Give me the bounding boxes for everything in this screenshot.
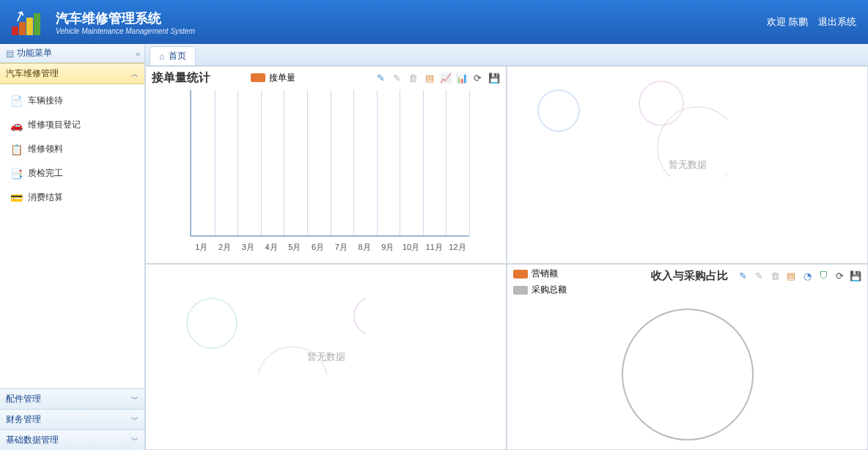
tab-bar: ⌂ 首页 <box>145 44 868 66</box>
pane-title: 收入与采购占比 <box>651 269 728 283</box>
edit-icon[interactable]: ✎ <box>737 270 749 281</box>
save-icon[interactable]: 💾 <box>488 72 500 84</box>
no-data-text: 暂无数据 <box>669 158 707 171</box>
line-chart-icon[interactable]: 📈 <box>440 72 452 84</box>
app-logo-icon: ↗ <box>12 9 47 35</box>
main-area: ⌂ 首页 接单量统计 接单量 ✎ ✎ 🗑 ▤ 📈 📊 ⟳ <box>145 44 868 450</box>
check-icon: 📑 <box>10 168 22 180</box>
app-title: 汽车维修管理系统 <box>56 10 195 27</box>
svg-point-8 <box>187 298 237 348</box>
pane-income-ratio: 营销额 采购总额 收入与采购占比 ✎ ✎ 🗑 ▤ ◔ ⛉ ⟳ 💾 <box>507 264 868 450</box>
legend-row: 采购总额 <box>513 284 567 296</box>
chevron-down-icon: ︾ <box>131 435 139 446</box>
chart-toolbar: ✎ ✎ 🗑 ▤ ◔ ⛉ ⟳ 💾 <box>737 270 861 281</box>
section-parts[interactable]: 配件管理 ︾ <box>0 388 144 409</box>
app-header: ↗ 汽车维修管理系统 Vehicle Maintenance Managemen… <box>0 0 868 44</box>
edit2-icon[interactable]: ✎ <box>753 270 765 281</box>
refresh-icon[interactable]: ⟳ <box>834 270 845 281</box>
bar-chart <box>190 90 469 237</box>
app-subtitle: Vehicle Maintenance Management System <box>56 27 195 35</box>
vehicle-repair-menu: 📄车辆接待 🚗维修项目登记 📋维修领料 📑质检完工 💳消费结算 <box>0 84 144 214</box>
section-label: 汽车维修管理 <box>6 67 59 80</box>
pane-top-right: 暂无数据 <box>507 66 868 264</box>
list-icon[interactable]: ▤ <box>785 270 797 281</box>
no-data-text: 暂无数据 <box>307 350 345 364</box>
section-finance[interactable]: 财务管理 ︾ <box>0 409 144 429</box>
chevron-down-icon: ︾ <box>131 415 139 425</box>
legend-label: 采购总额 <box>532 284 567 296</box>
pane-title: 接单量统计 <box>152 70 210 86</box>
menu-icon: ▤ <box>6 48 14 59</box>
section-label: 基础数据管理 <box>6 434 59 446</box>
list-icon[interactable]: ▤ <box>424 72 435 84</box>
pie-chart <box>622 309 754 440</box>
menu-settlement[interactable]: 💳消费结算 <box>3 185 141 210</box>
chart-toolbar: ✎ ✎ 🗑 ▤ 📈 📊 ⟳ 💾 <box>375 72 500 84</box>
section-label: 财务管理 <box>6 413 41 426</box>
pane-bottom-left: 暂无数据 <box>145 264 507 450</box>
section-basic-data[interactable]: 基础数据管理 ︾ <box>0 429 144 450</box>
trash-icon[interactable]: 🗑 <box>769 270 781 281</box>
filter-icon[interactable]: ⛉ <box>817 270 829 281</box>
section-vehicle-repair[interactable]: 汽车维修管理 ︽ <box>0 63 144 84</box>
note-icon: 📋 <box>10 144 22 155</box>
home-icon: ⌂ <box>159 51 164 62</box>
sidebar-title: 功能菜单 <box>17 47 52 59</box>
legend-swatch <box>251 73 265 82</box>
menu-quality-check[interactable]: 📑质检完工 <box>3 161 141 185</box>
chevron-down-icon: ︾ <box>131 394 139 405</box>
menu-repair-register[interactable]: 🚗维修项目登记 <box>3 113 141 137</box>
svg-point-10 <box>354 297 366 335</box>
edit2-icon[interactable]: ✎ <box>391 72 403 84</box>
doc-icon: 📄 <box>10 95 22 107</box>
svg-point-3 <box>639 81 683 125</box>
chart-x-axis: 1月2月3月4月5月6月7月8月9月10月11月12月 <box>190 242 469 253</box>
chevron-up-icon: ︽ <box>131 69 139 79</box>
legend-swatch <box>513 286 528 295</box>
trash-icon[interactable]: 🗑 <box>408 72 419 84</box>
money-icon: 💳 <box>10 192 22 204</box>
save-icon[interactable]: 💾 <box>850 270 861 281</box>
svg-point-0 <box>538 90 579 131</box>
tab-home[interactable]: ⌂ 首页 <box>150 46 196 65</box>
collapse-icon[interactable]: « <box>136 49 139 58</box>
car-icon: 🚗 <box>10 119 22 131</box>
pane-order-stats: 接单量统计 接单量 ✎ ✎ 🗑 ▤ 📈 📊 ⟳ 💾 <box>145 66 507 264</box>
section-label: 配件管理 <box>6 393 41 405</box>
sidebar: ▤功能菜单 « 汽车维修管理 ︽ 📄车辆接待 🚗维修项目登记 📋维修领料 📑质检… <box>0 44 145 450</box>
logout-link[interactable]: 退出系统 <box>818 15 856 29</box>
tab-label: 首页 <box>169 50 186 62</box>
pie-chart-icon[interactable]: ◔ <box>801 270 813 281</box>
sidebar-header: ▤功能菜单 « <box>0 44 144 63</box>
legend-label: 接单量 <box>269 72 295 84</box>
menu-vehicle-reception[interactable]: 📄车辆接待 <box>3 89 141 113</box>
menu-material-pickup[interactable]: 📋维修领料 <box>3 137 141 161</box>
bar-chart-icon[interactable]: 📊 <box>456 72 468 84</box>
welcome-text: 欢迎 陈鹏 <box>767 15 808 29</box>
refresh-icon[interactable]: ⟳ <box>472 72 484 84</box>
edit-icon[interactable]: ✎ <box>375 72 387 84</box>
